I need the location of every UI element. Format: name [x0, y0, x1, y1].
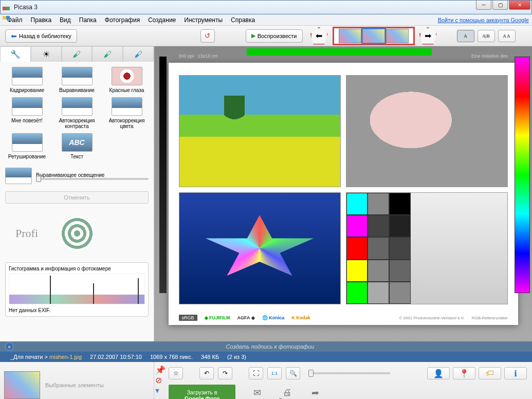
menu-folder[interactable]: Папка [75, 15, 101, 25]
filmstrip-thumb[interactable] [339, 29, 361, 43]
printer-icon: 🖨 [279, 387, 296, 398]
fujifilm-logo: ◆ FUJIFILM [205, 315, 230, 320]
wrench-icon: 🔧 [10, 49, 21, 59]
annotation-highlight [247, 48, 432, 56]
tools-grid: Кадрирование Выравнивание Красные глаза … [0, 62, 154, 165]
sun-icon: ☀ [43, 49, 50, 59]
compare-mode-group: A A|B A A [457, 30, 516, 42]
tray-tools: 📌 ⊘ ▾ [154, 362, 163, 399]
tool-lucky[interactable]: Мне повезёт! [3, 97, 51, 129]
hue-gradient-bar [515, 57, 530, 293]
google-login-link[interactable]: Войти с помощью аккаунта Google [438, 17, 529, 23]
prev-photo-button[interactable]: ⬅ [310, 27, 328, 45]
sample-image-pinwheels [179, 192, 341, 304]
tool-auto-contrast[interactable]: Автокоррекция контраста [53, 97, 101, 129]
email-button[interactable]: ✉ Эл. почта [246, 387, 268, 400]
arrow-right-icon: ➡ [425, 31, 431, 41]
tool-redeye[interactable]: Красные глаза [103, 67, 151, 93]
view-mode-single[interactable]: A [457, 30, 474, 42]
fill-light-label: Выравнивающее освещение [36, 172, 149, 178]
tool-retouch[interactable]: Ретуширование [3, 133, 51, 159]
histogram-title: Гистограмма и информация о фотокамере [9, 266, 145, 271]
add-to-album-icon[interactable]: ▾ [155, 386, 162, 393]
info-bar: _Для печати > mishen-1.jpg 27.02.2007 10… [0, 352, 532, 362]
menu-help[interactable]: Справка [227, 15, 259, 25]
exif-status: Нет данных EXIF. [9, 307, 145, 313]
back-label: Назад в библиотеку [19, 33, 71, 39]
tab-effects-1[interactable]: 🖌 [62, 46, 93, 62]
tool-text[interactable]: ABCТекст [53, 133, 101, 159]
disclosure-toggle[interactable]: » [5, 342, 13, 351]
sample-image-portrait [346, 75, 508, 187]
star-button[interactable]: ☆ [169, 367, 183, 379]
rotate-cw-button[interactable]: ↷ [218, 367, 232, 379]
breadcrumb: _Для печати > mishen-1.jpg [10, 354, 82, 360]
places-button[interactable]: 📍 [453, 367, 475, 379]
brush-icon: 🖌 [72, 50, 81, 59]
photo-viewer: 300 ppi 13x18 cm Eine Initiative des [154, 46, 532, 341]
back-to-library-button[interactable]: ⬅ Назад в библиотеку [5, 29, 77, 43]
tab-effects-2[interactable]: 🖌 [92, 46, 123, 62]
tool-straighten[interactable]: Выравнивание [53, 67, 101, 93]
play-icon: ▶ [251, 32, 255, 39]
histogram-panel: Гистограмма и информация о фотокамере Не… [5, 262, 149, 317]
caption-bar: » Создать подпись к фотографии [0, 341, 532, 352]
close-button[interactable]: ✕ [509, 1, 530, 10]
arrow-left-icon: ⬅ [316, 31, 322, 41]
sample-image-landscape [179, 75, 341, 187]
viewer-controls: ☆ ↶ ↷ ⛶ 1:1 🔍 👤 📍 🏷 ℹ [169, 365, 527, 382]
clear-tray-icon[interactable]: ⊘ [155, 375, 162, 383]
view-mode-aa[interactable]: A A [498, 30, 516, 42]
next-photo-button[interactable]: ➡ [419, 27, 437, 45]
histogram-canvas [9, 274, 145, 304]
share-actions: Загрузить в Google Фото ✉ Эл. почта 🖨 Пе… [169, 385, 527, 399]
tags-button[interactable]: 🏷 [479, 367, 501, 379]
brush-icon: 🖌 [134, 50, 142, 59]
menu-tools[interactable]: Инструменты [180, 15, 227, 25]
tool-auto-color[interactable]: Автокоррекция цвета [103, 97, 151, 129]
caption-input[interactable]: Создать подпись к фотографии [13, 343, 527, 350]
menubar: Файл Правка Вид Папка Фотография Создани… [0, 14, 532, 26]
info-button[interactable]: ℹ [504, 367, 527, 379]
rotate-ccw-button[interactable]: ↶ [199, 367, 214, 379]
tab-basic-fixes[interactable]: 🔧 [0, 46, 31, 62]
fit-button[interactable]: ⛶ [249, 367, 263, 379]
swap-icon: ↺ [205, 32, 210, 40]
people-button[interactable]: 👤 [427, 367, 450, 379]
selection-thumb[interactable] [4, 371, 40, 399]
tab-effects-3[interactable]: 🖌 [123, 46, 154, 62]
fill-light-thumb [5, 168, 32, 184]
export-button[interactable]: ➦ Экспорт [306, 387, 325, 400]
brush-icon: 🖌 [103, 50, 112, 59]
app-icon [3, 3, 11, 11]
tab-tuning[interactable]: ☀ [31, 46, 62, 62]
toolbar: ⬅ Назад в библиотеку ↺ ▶ Воспроизвести ⬅… [0, 26, 532, 46]
photo-datetime: 27.02.2007 10:57:10 [90, 354, 142, 360]
color-swap-button[interactable]: ↺ [200, 29, 215, 43]
actual-size-button[interactable]: 1:1 [267, 367, 282, 379]
pin-icon[interactable]: 📌 [155, 365, 162, 372]
zoom-slider[interactable] [308, 372, 391, 374]
tool-crop[interactable]: Кадрирование [3, 67, 51, 93]
upload-google-photos-button[interactable]: Загрузить в Google Фото [169, 385, 235, 399]
menu-create[interactable]: Создание [144, 15, 180, 25]
menu-photo[interactable]: Фотография [101, 15, 144, 25]
konica-logo: 🌐 Konica [262, 315, 285, 320]
fill-light-slider[interactable] [36, 178, 149, 180]
effect-tabs: 🔧 ☀ 🖌 🖌 🖌 [0, 46, 154, 62]
filmstrip-thumb[interactable] [386, 29, 409, 43]
shadow-strip [159, 57, 167, 293]
pin-icon: 📍 [459, 369, 469, 378]
menu-view[interactable]: Вид [56, 15, 75, 25]
photo-page[interactable]: 300 ppi 13x18 cm Eine Initiative des [169, 63, 518, 325]
maximize-button[interactable]: ▢ [492, 1, 508, 10]
sample-image-colorchart [346, 192, 508, 304]
zoom-tool-button[interactable]: 🔍 [286, 367, 300, 379]
menu-edit[interactable]: Правка [27, 15, 56, 25]
slideshow-button[interactable]: ▶ Воспроизвести [246, 29, 303, 43]
filmstrip-thumb-selected[interactable] [362, 29, 385, 43]
view-mode-ab[interactable]: A|B [478, 30, 495, 42]
photo-dimensions: 1069 x 768 пикс. [150, 354, 193, 360]
print-button[interactable]: 🖨 Печать [279, 387, 296, 399]
minimize-button[interactable]: ─ [476, 1, 491, 10]
